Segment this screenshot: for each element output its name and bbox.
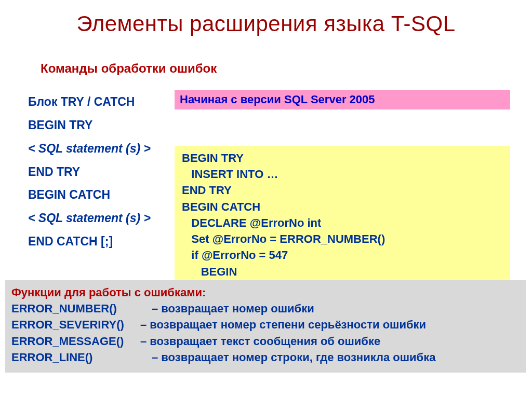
- syntax-line: END CATCH [;]: [28, 230, 151, 253]
- function-row: ERROR_SEVERIRY()– возвращает номер степе…: [11, 317, 520, 333]
- function-desc: – возвращает текст сообщения об ошибке: [140, 335, 380, 348]
- syntax-line: BEGIN CATCH: [28, 183, 151, 207]
- try-catch-syntax-block: Блок TRY / CATCH BEGIN TRY < SQL stateme…: [28, 90, 151, 253]
- function-name: ERROR_NUMBER(): [11, 300, 152, 317]
- error-functions-box: Функции для работы с ошибками: ERROR_NUM…: [5, 280, 526, 373]
- code-example-box: BEGIN TRY INSERT INTO … END TRY BEGIN CA…: [175, 146, 510, 281]
- function-name: ERROR_LINE(): [11, 349, 152, 365]
- syntax-placeholder: < SQL statement (s) >: [28, 137, 151, 160]
- syntax-line: END TRY: [28, 160, 151, 184]
- function-desc: – возвращает номер строки, где возникла …: [152, 351, 435, 364]
- syntax-line: Блок TRY / CATCH: [28, 90, 151, 114]
- function-name: ERROR_SEVERIRY(): [11, 317, 140, 333]
- function-desc: – возвращает номер степени серьёзности о…: [140, 318, 426, 331]
- functions-heading: Функции для работы с ошибками:: [11, 284, 520, 300]
- version-note-box: Начиная с версии SQL Server 2005: [175, 90, 510, 109]
- function-row: ERROR_MESSAGE()– возвращает текст сообще…: [11, 333, 520, 349]
- slide-title: Элементы расширения языка T-SQL: [0, 0, 532, 36]
- function-row: ERROR_LINE()– возвращает номер строки, г…: [11, 349, 520, 365]
- function-desc: – возвращает номер ошибки: [152, 302, 314, 315]
- function-row: ERROR_NUMBER()– возвращает номер ошибки: [11, 300, 520, 317]
- syntax-placeholder: < SQL statement (s) >: [28, 207, 151, 230]
- section-subtitle: Команды обработки ошибок: [41, 61, 217, 76]
- syntax-line: BEGIN TRY: [28, 114, 151, 137]
- function-name: ERROR_MESSAGE(): [11, 333, 140, 349]
